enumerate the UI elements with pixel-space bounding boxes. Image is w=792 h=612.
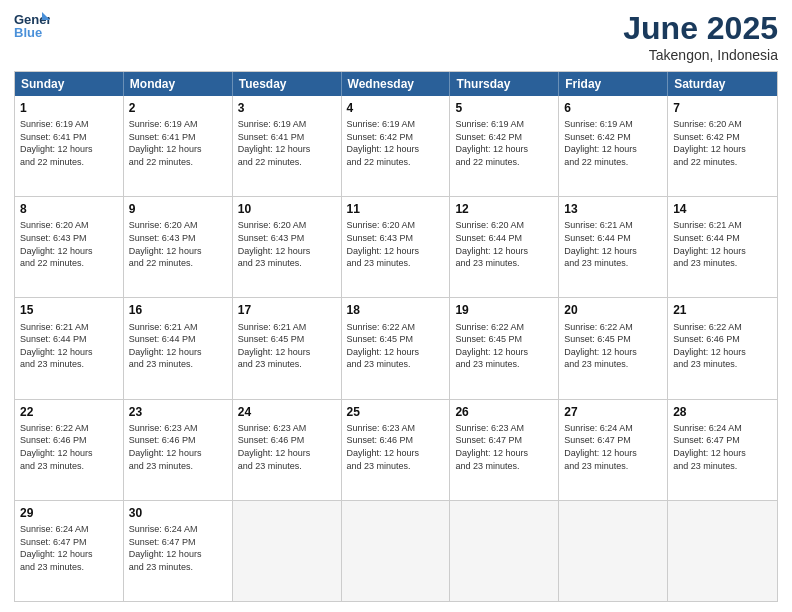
day-number: 24 bbox=[238, 404, 336, 420]
day-number: 20 bbox=[564, 302, 662, 318]
cal-row-4: 22Sunrise: 6:22 AMSunset: 6:46 PMDayligh… bbox=[15, 400, 777, 501]
cal-cell-r5-c5 bbox=[450, 501, 559, 601]
cal-row-1: 1Sunrise: 6:19 AMSunset: 6:41 PMDaylight… bbox=[15, 96, 777, 197]
cal-cell-r1-c7: 7Sunrise: 6:20 AMSunset: 6:42 PMDaylight… bbox=[668, 96, 777, 196]
cell-info: Sunrise: 6:21 AMSunset: 6:44 PMDaylight:… bbox=[20, 321, 118, 371]
cal-cell-r1-c4: 4Sunrise: 6:19 AMSunset: 6:42 PMDaylight… bbox=[342, 96, 451, 196]
cal-cell-r5-c1: 29Sunrise: 6:24 AMSunset: 6:47 PMDayligh… bbox=[15, 501, 124, 601]
cell-info: Sunrise: 6:24 AMSunset: 6:47 PMDaylight:… bbox=[129, 523, 227, 573]
cal-cell-r5-c4 bbox=[342, 501, 451, 601]
header: General Blue June 2025 Takengon, Indones… bbox=[14, 10, 778, 63]
cal-cell-r4-c7: 28Sunrise: 6:24 AMSunset: 6:47 PMDayligh… bbox=[668, 400, 777, 500]
cal-cell-r2-c7: 14Sunrise: 6:21 AMSunset: 6:44 PMDayligh… bbox=[668, 197, 777, 297]
day-number: 19 bbox=[455, 302, 553, 318]
cal-cell-r5-c2: 30Sunrise: 6:24 AMSunset: 6:47 PMDayligh… bbox=[124, 501, 233, 601]
cal-cell-r3-c6: 20Sunrise: 6:22 AMSunset: 6:45 PMDayligh… bbox=[559, 298, 668, 398]
day-number: 18 bbox=[347, 302, 445, 318]
cell-info: Sunrise: 6:24 AMSunset: 6:47 PMDaylight:… bbox=[673, 422, 772, 472]
day-number: 1 bbox=[20, 100, 118, 116]
day-number: 9 bbox=[129, 201, 227, 217]
cal-cell-r2-c1: 8Sunrise: 6:20 AMSunset: 6:43 PMDaylight… bbox=[15, 197, 124, 297]
cal-cell-r4-c2: 23Sunrise: 6:23 AMSunset: 6:46 PMDayligh… bbox=[124, 400, 233, 500]
cell-info: Sunrise: 6:22 AMSunset: 6:45 PMDaylight:… bbox=[564, 321, 662, 371]
cell-info: Sunrise: 6:22 AMSunset: 6:45 PMDaylight:… bbox=[455, 321, 553, 371]
cell-info: Sunrise: 6:20 AMSunset: 6:43 PMDaylight:… bbox=[20, 219, 118, 269]
cell-info: Sunrise: 6:19 AMSunset: 6:42 PMDaylight:… bbox=[347, 118, 445, 168]
cal-cell-r4-c5: 26Sunrise: 6:23 AMSunset: 6:47 PMDayligh… bbox=[450, 400, 559, 500]
cal-cell-r4-c1: 22Sunrise: 6:22 AMSunset: 6:46 PMDayligh… bbox=[15, 400, 124, 500]
logo-icon: General Blue bbox=[14, 10, 50, 40]
calendar: Sunday Monday Tuesday Wednesday Thursday… bbox=[14, 71, 778, 602]
cell-info: Sunrise: 6:19 AMSunset: 6:42 PMDaylight:… bbox=[455, 118, 553, 168]
cell-info: Sunrise: 6:19 AMSunset: 6:42 PMDaylight:… bbox=[564, 118, 662, 168]
day-number: 15 bbox=[20, 302, 118, 318]
cal-cell-r1-c5: 5Sunrise: 6:19 AMSunset: 6:42 PMDaylight… bbox=[450, 96, 559, 196]
header-monday: Monday bbox=[124, 72, 233, 96]
month-title: June 2025 bbox=[623, 10, 778, 47]
header-tuesday: Tuesday bbox=[233, 72, 342, 96]
day-number: 22 bbox=[20, 404, 118, 420]
day-number: 3 bbox=[238, 100, 336, 116]
cal-cell-r3-c5: 19Sunrise: 6:22 AMSunset: 6:45 PMDayligh… bbox=[450, 298, 559, 398]
cal-row-2: 8Sunrise: 6:20 AMSunset: 6:43 PMDaylight… bbox=[15, 197, 777, 298]
cal-row-3: 15Sunrise: 6:21 AMSunset: 6:44 PMDayligh… bbox=[15, 298, 777, 399]
cell-info: Sunrise: 6:21 AMSunset: 6:45 PMDaylight:… bbox=[238, 321, 336, 371]
cal-cell-r1-c2: 2Sunrise: 6:19 AMSunset: 6:41 PMDaylight… bbox=[124, 96, 233, 196]
cal-cell-r2-c5: 12Sunrise: 6:20 AMSunset: 6:44 PMDayligh… bbox=[450, 197, 559, 297]
header-thursday: Thursday bbox=[450, 72, 559, 96]
cell-info: Sunrise: 6:22 AMSunset: 6:46 PMDaylight:… bbox=[20, 422, 118, 472]
cell-info: Sunrise: 6:20 AMSunset: 6:43 PMDaylight:… bbox=[347, 219, 445, 269]
day-number: 28 bbox=[673, 404, 772, 420]
cal-cell-r4-c6: 27Sunrise: 6:24 AMSunset: 6:47 PMDayligh… bbox=[559, 400, 668, 500]
day-number: 2 bbox=[129, 100, 227, 116]
cell-info: Sunrise: 6:21 AMSunset: 6:44 PMDaylight:… bbox=[673, 219, 772, 269]
logo: General Blue bbox=[14, 10, 50, 40]
cell-info: Sunrise: 6:21 AMSunset: 6:44 PMDaylight:… bbox=[129, 321, 227, 371]
day-number: 29 bbox=[20, 505, 118, 521]
day-number: 4 bbox=[347, 100, 445, 116]
day-number: 7 bbox=[673, 100, 772, 116]
cell-info: Sunrise: 6:20 AMSunset: 6:43 PMDaylight:… bbox=[129, 219, 227, 269]
cal-cell-r3-c4: 18Sunrise: 6:22 AMSunset: 6:45 PMDayligh… bbox=[342, 298, 451, 398]
cell-info: Sunrise: 6:20 AMSunset: 6:44 PMDaylight:… bbox=[455, 219, 553, 269]
cell-info: Sunrise: 6:21 AMSunset: 6:44 PMDaylight:… bbox=[564, 219, 662, 269]
day-number: 6 bbox=[564, 100, 662, 116]
header-friday: Friday bbox=[559, 72, 668, 96]
cell-info: Sunrise: 6:23 AMSunset: 6:46 PMDaylight:… bbox=[238, 422, 336, 472]
day-number: 26 bbox=[455, 404, 553, 420]
day-number: 25 bbox=[347, 404, 445, 420]
day-number: 12 bbox=[455, 201, 553, 217]
subtitle: Takengon, Indonesia bbox=[623, 47, 778, 63]
day-number: 17 bbox=[238, 302, 336, 318]
day-number: 14 bbox=[673, 201, 772, 217]
day-number: 5 bbox=[455, 100, 553, 116]
page: General Blue June 2025 Takengon, Indones… bbox=[0, 0, 792, 612]
day-number: 10 bbox=[238, 201, 336, 217]
cell-info: Sunrise: 6:23 AMSunset: 6:46 PMDaylight:… bbox=[129, 422, 227, 472]
cal-cell-r4-c3: 24Sunrise: 6:23 AMSunset: 6:46 PMDayligh… bbox=[233, 400, 342, 500]
header-sunday: Sunday bbox=[15, 72, 124, 96]
day-number: 13 bbox=[564, 201, 662, 217]
cal-cell-r1-c6: 6Sunrise: 6:19 AMSunset: 6:42 PMDaylight… bbox=[559, 96, 668, 196]
cal-cell-r5-c7 bbox=[668, 501, 777, 601]
cell-info: Sunrise: 6:23 AMSunset: 6:47 PMDaylight:… bbox=[455, 422, 553, 472]
cal-cell-r5-c6 bbox=[559, 501, 668, 601]
cal-cell-r1-c1: 1Sunrise: 6:19 AMSunset: 6:41 PMDaylight… bbox=[15, 96, 124, 196]
header-saturday: Saturday bbox=[668, 72, 777, 96]
cal-cell-r3-c1: 15Sunrise: 6:21 AMSunset: 6:44 PMDayligh… bbox=[15, 298, 124, 398]
cal-cell-r3-c7: 21Sunrise: 6:22 AMSunset: 6:46 PMDayligh… bbox=[668, 298, 777, 398]
day-number: 23 bbox=[129, 404, 227, 420]
calendar-body: 1Sunrise: 6:19 AMSunset: 6:41 PMDaylight… bbox=[15, 96, 777, 601]
cell-info: Sunrise: 6:24 AMSunset: 6:47 PMDaylight:… bbox=[20, 523, 118, 573]
cell-info: Sunrise: 6:20 AMSunset: 6:42 PMDaylight:… bbox=[673, 118, 772, 168]
day-number: 16 bbox=[129, 302, 227, 318]
cell-info: Sunrise: 6:22 AMSunset: 6:46 PMDaylight:… bbox=[673, 321, 772, 371]
day-number: 8 bbox=[20, 201, 118, 217]
cell-info: Sunrise: 6:23 AMSunset: 6:46 PMDaylight:… bbox=[347, 422, 445, 472]
calendar-header: Sunday Monday Tuesday Wednesday Thursday… bbox=[15, 72, 777, 96]
cal-cell-r2-c6: 13Sunrise: 6:21 AMSunset: 6:44 PMDayligh… bbox=[559, 197, 668, 297]
cell-info: Sunrise: 6:20 AMSunset: 6:43 PMDaylight:… bbox=[238, 219, 336, 269]
cal-row-5: 29Sunrise: 6:24 AMSunset: 6:47 PMDayligh… bbox=[15, 501, 777, 601]
day-number: 11 bbox=[347, 201, 445, 217]
header-wednesday: Wednesday bbox=[342, 72, 451, 96]
